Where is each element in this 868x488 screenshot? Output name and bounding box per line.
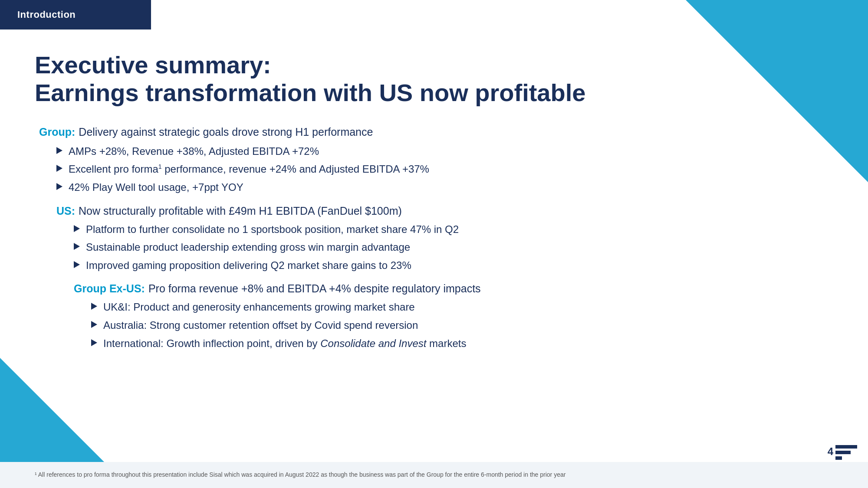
group-ex-us-text: Pro forma revenue +8% and EBITDA +4% des… [148, 281, 481, 296]
title-line2: Earnings transformation with US now prof… [35, 79, 833, 107]
list-item: UK&I: Product and generosity enhancement… [91, 300, 833, 314]
group-label: Group: [39, 124, 75, 140]
us-text: Now structurally profitable with £49m H1… [79, 203, 402, 219]
list-item: Excellent pro forma1 performance, revenu… [56, 162, 833, 177]
title-line1: Executive summary: [35, 51, 833, 79]
bullet-arrow-icon [56, 165, 62, 172]
list-item: Platform to further consolidate no 1 spo… [74, 222, 833, 237]
header-label: Introduction [17, 9, 76, 20]
list-item: Sustainable product leadership extending… [74, 240, 833, 255]
footnote-bar: ¹ All references to pro forma throughout… [0, 462, 868, 488]
us-section-header: US: Now structurally profitable with £49… [56, 203, 833, 219]
bullet-text: UK&I: Product and generosity enhancement… [103, 300, 833, 314]
bullet-arrow-icon [91, 303, 97, 310]
group-bullet-list: AMPs +28%, Revenue +38%, Adjusted EBITDA… [39, 144, 833, 195]
bullet-text: Excellent pro forma1 performance, revenu… [69, 162, 833, 177]
bullet-text: AMPs +28%, Revenue +38%, Adjusted EBITDA… [69, 144, 833, 159]
list-item: AMPs +28%, Revenue +38%, Adjusted EBITDA… [56, 144, 833, 159]
bullet-text: Sustainable product leadership extending… [86, 240, 833, 255]
bullet-text: 42% Play Well tool usage, +7ppt YOY [69, 180, 833, 195]
content-body: Group: Delivery against strategic goals … [35, 124, 833, 350]
group-section-header: Group: Delivery against strategic goals … [39, 124, 833, 140]
group-ex-us-section-header: Group Ex-US: Pro forma revenue +8% and E… [74, 281, 833, 296]
title-section: Executive summary: Earnings transformati… [35, 51, 833, 107]
bullet-arrow-icon [91, 339, 97, 346]
group-text: Delivery against strategic goals drove s… [79, 124, 373, 140]
list-item: Australia: Strong customer retention off… [91, 318, 833, 333]
bullet-arrow-icon [74, 261, 80, 268]
logo-bar-short [835, 456, 842, 460]
page-number: 4 [828, 445, 833, 458]
bullet-arrow-icon [56, 147, 62, 154]
bullet-arrow-icon [74, 243, 80, 250]
us-bullet-list: Platform to further consolidate no 1 spo… [39, 222, 833, 273]
footnote-text: ¹ All references to pro forma throughout… [35, 471, 566, 479]
bullet-text: Australia: Strong customer retention off… [103, 318, 833, 333]
bottom-right-logo [835, 445, 857, 460]
main-content: Executive summary: Earnings transformati… [0, 29, 868, 462]
header-bar: Introduction [0, 0, 151, 29]
group-ex-us-bullet-list: UK&I: Product and generosity enhancement… [39, 300, 833, 350]
group-ex-us-label: Group Ex-US: [74, 281, 145, 296]
logo-bar-long [835, 445, 857, 449]
bullet-arrow-icon [74, 225, 80, 232]
bullet-arrow-icon [91, 321, 97, 328]
list-item: Improved gaming proposition delivering Q… [74, 258, 833, 273]
list-item: 42% Play Well tool usage, +7ppt YOY [56, 180, 833, 195]
us-label: US: [56, 203, 75, 219]
logo-bar-medium [835, 451, 851, 454]
list-item: International: Growth inflection point, … [91, 336, 833, 351]
bullet-arrow-icon [56, 183, 62, 190]
bullet-text: Platform to further consolidate no 1 spo… [86, 222, 833, 237]
bullet-text: Improved gaming proposition delivering Q… [86, 258, 833, 273]
bullet-text: International: Growth inflection point, … [103, 336, 833, 351]
